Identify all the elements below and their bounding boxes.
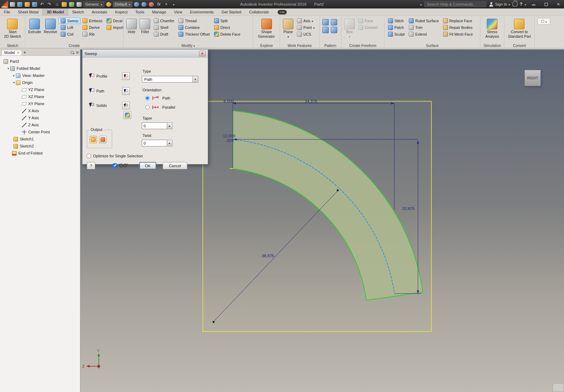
path-select-button[interactable]: Path <box>87 86 106 95</box>
dim-radius[interactable]: 38.875 <box>262 254 274 258</box>
sketch-shortcut-icon[interactable] <box>61 1 67 7</box>
browser-tab-close-icon[interactable] <box>17 50 19 55</box>
tree-item-yz-plane[interactable]: YZ Plane <box>0 86 80 93</box>
orientation-parallel-radio[interactable]: Parallel <box>145 105 175 110</box>
dim-profile-width[interactable]: 6.000 <box>224 99 234 103</box>
expand-chevron-icon[interactable] <box>6 67 10 70</box>
fit-mesh-face-button[interactable]: Fit Mesh Face <box>441 31 475 37</box>
material-dropdown[interactable]: Generic <box>83 1 104 7</box>
direct-button[interactable]: Direct <box>212 24 243 31</box>
minimize-button[interactable] <box>529 1 539 8</box>
tab-get-started[interactable]: Get Started <box>218 8 245 16</box>
sign-in-button[interactable]: Sign In <box>489 2 510 7</box>
tree-item-folded-model[interactable]: Folded Model <box>0 65 80 72</box>
mirror-icon[interactable] <box>331 19 337 25</box>
thread-button[interactable]: Thread <box>176 17 212 24</box>
loft-button[interactable]: Loft <box>59 24 80 31</box>
shell-button[interactable]: Shell <box>152 24 176 31</box>
appearance-dropdown[interactable]: Default <box>113 1 133 7</box>
start-2d-sketch-button[interactable]: Start2D Sketch <box>2 17 22 39</box>
profile-select-button[interactable]: Profile <box>87 72 109 80</box>
sweep-dialog-title-bar[interactable]: Sweep <box>83 50 208 58</box>
tab-manage[interactable]: Manage <box>148 8 170 16</box>
thicken-offset-button[interactable]: Thicken/ Offset <box>176 31 212 37</box>
update-icon[interactable] <box>68 1 75 7</box>
dim-top-span[interactable]: 34.375 <box>305 99 317 103</box>
collapse-chevron-icon[interactable] <box>12 74 16 77</box>
tree-item-xy-plane[interactable]: XY Plane <box>0 100 80 107</box>
tab-file[interactable]: File <box>0 8 14 16</box>
viewcube[interactable]: RIGHT <box>524 70 541 86</box>
tab-sketch[interactable]: Sketch <box>68 8 88 16</box>
cancel-button[interactable]: Cancel <box>163 162 187 169</box>
error-icon[interactable] <box>148 1 154 7</box>
type-dropdown-caret-icon[interactable] <box>192 76 198 82</box>
maximize-button[interactable] <box>541 1 551 8</box>
browser-search-icon[interactable] <box>70 50 74 55</box>
sweep-dialog[interactable]: Sweep Profile Path Solids Type Path Orie… <box>82 49 208 164</box>
decal-button[interactable]: Decal <box>104 17 126 24</box>
new-file-icon[interactable] <box>17 1 23 7</box>
appearance-ball-icon[interactable] <box>105 1 112 7</box>
radius-endpoint-marker[interactable] <box>213 321 214 323</box>
preview-toggle-button[interactable] <box>123 111 131 119</box>
sculpt-button[interactable]: Sculpt <box>386 31 407 37</box>
preview-checkbox-row[interactable] <box>113 163 128 168</box>
tab-sheet-metal[interactable]: Sheet Metal <box>14 8 43 16</box>
orientation-path-input[interactable] <box>145 96 150 100</box>
tree-item-view-master[interactable]: View: Master <box>0 72 80 79</box>
browser-menu-icon[interactable] <box>76 50 79 55</box>
plane-button[interactable]: Plane <box>281 17 295 39</box>
axis-button[interactable]: Axis <box>295 17 317 24</box>
search-collapse-icon[interactable] <box>420 2 422 6</box>
qat-customize-caret-icon[interactable] <box>170 1 177 7</box>
close-button[interactable] <box>553 1 563 8</box>
browser-add-tab-icon[interactable] <box>23 50 26 55</box>
tab-3d-model[interactable]: 3D Model <box>42 8 68 16</box>
tab-tools[interactable]: Tools <box>132 8 148 16</box>
point-button[interactable]: Point <box>295 24 317 31</box>
tab-annotate[interactable]: Annotate <box>88 8 111 16</box>
tab-view[interactable]: View <box>170 8 186 16</box>
freeform-box-button[interactable]: Box <box>343 17 356 39</box>
tree-item-center-point[interactable]: Center Point <box>0 128 80 135</box>
emboss-button[interactable]: Emboss <box>80 17 104 24</box>
output-solid-button[interactable] <box>90 136 97 143</box>
sweep-button[interactable]: Sweep <box>59 17 80 24</box>
tab-inspect[interactable]: Inspect <box>111 8 131 16</box>
shape-generator-button[interactable]: ShapeGenerator <box>257 17 276 39</box>
derive-button[interactable]: Derive <box>80 24 104 31</box>
parameters-fx-icon[interactable]: fx <box>156 1 162 7</box>
measure-icon[interactable] <box>141 1 147 7</box>
tree-item-z-axis[interactable]: Z Axis <box>0 121 80 128</box>
solids-select-button[interactable]: Solids <box>87 101 109 110</box>
rib-button[interactable]: Rib <box>80 31 104 37</box>
tree-item-origin[interactable]: Origin <box>0 79 80 86</box>
tree-item-xz-plane[interactable]: XZ Plane <box>0 93 80 100</box>
tree-item-x-axis[interactable]: X Axis <box>0 107 80 114</box>
sketch-driven-pattern-icon[interactable] <box>331 27 337 33</box>
tree-item-sketch2[interactable]: Sketch2 <box>0 143 80 150</box>
optimize-checkbox-row[interactable]: Optimize for Single Selection <box>87 154 143 158</box>
ribbon-options-button[interactable] <box>538 18 550 25</box>
trim-button[interactable]: Trim <box>407 24 441 31</box>
repair-bodies-button[interactable]: Repair Bodies <box>441 24 475 31</box>
draft-button[interactable]: Draft <box>152 31 176 37</box>
app-store-icon[interactable] <box>513 2 517 6</box>
import-button[interactable]: Import <box>104 24 126 31</box>
dim-offset[interactable]: 12.000 <box>223 134 235 138</box>
undo-icon[interactable]: ↶ <box>39 1 45 7</box>
app-menu-icon[interactable] <box>9 1 16 7</box>
optimize-checkbox[interactable] <box>87 154 91 158</box>
freeform-face-button[interactable]: Face <box>356 17 380 24</box>
save-icon[interactable] <box>31 1 38 7</box>
expand-chevron-icon[interactable] <box>12 81 16 84</box>
revolve-button[interactable]: Revolve <box>42 17 59 34</box>
panel-modify-caret-icon[interactable] <box>193 43 195 48</box>
profile-selector-button[interactable] <box>122 72 130 80</box>
split-button[interactable]: Split <box>212 17 243 24</box>
material-icon[interactable] <box>76 1 82 7</box>
hole-button[interactable]: Hole <box>125 17 138 34</box>
browser-tab-model[interactable]: Model <box>1 50 22 55</box>
ruled-surface-button[interactable]: Ruled Surface <box>407 17 441 24</box>
